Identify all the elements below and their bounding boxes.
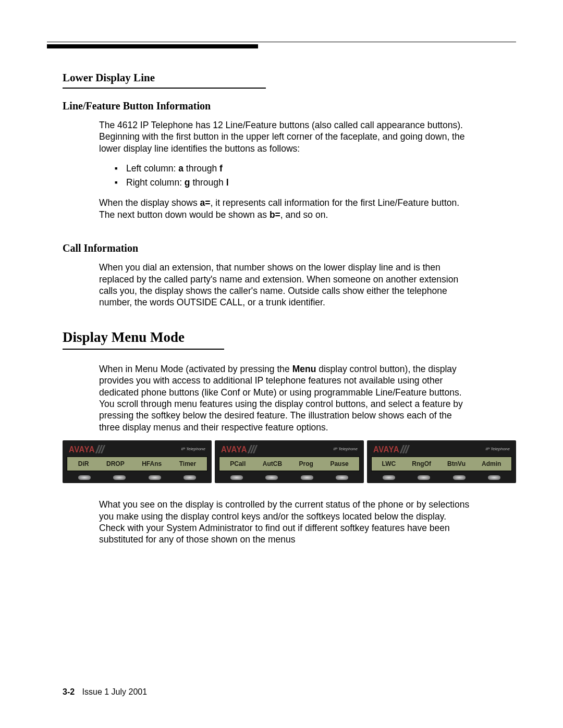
heading-display-menu-mode: Display Menu Mode	[63, 329, 516, 346]
softkey-label: LWC	[382, 460, 396, 467]
softkey-label: AutCB	[263, 460, 282, 467]
list-text: through	[183, 163, 219, 174]
device-top: AVAYA IP Telephone	[67, 445, 207, 456]
softkey-label: BtnVu	[447, 460, 466, 467]
ip-telephone-label: IP Telephone	[485, 447, 510, 451]
logo-slashes	[249, 445, 256, 453]
avaya-logo: AVAYA	[373, 444, 399, 454]
phone-display-illustrations: AVAYA IP Telephone DiR DROP HFAns Timer	[63, 440, 516, 483]
paragraph: What you see on the display is controlle…	[99, 499, 474, 546]
softkey-button	[488, 475, 500, 480]
device-top: AVAYA IP Telephone	[371, 445, 512, 456]
softkey-button	[453, 475, 466, 480]
rule-thin	[47, 42, 516, 42]
content-area: Lower Display Line Line/Feature Button I…	[63, 71, 516, 546]
softkey-button	[336, 475, 348, 480]
page-number: 3-2	[63, 687, 75, 696]
bullet-list: Left column: a through f Right column: g…	[115, 162, 516, 190]
paragraph: When the display shows a=, it represents…	[99, 197, 474, 220]
ip-telephone-label: IP Telephone	[181, 447, 205, 451]
device-top-left: AVAYA	[373, 445, 408, 453]
lcd-screen: DiR DROP HFAns Timer	[67, 456, 207, 471]
ip-telephone-label: IP Telephone	[333, 447, 358, 451]
bold: f	[219, 163, 223, 174]
text: When in Menu Mode (activated by pressing…	[99, 364, 292, 374]
paragraph: When you dial an extension, that number …	[99, 262, 474, 309]
rule-thick	[47, 44, 258, 48]
list-item: Right column: g through l	[115, 176, 516, 190]
text: When the display shows	[99, 198, 200, 208]
device-top-left: AVAYA	[221, 445, 256, 453]
phone-display-panel: AVAYA IP Telephone PCall AutCB Prog Paus…	[215, 440, 364, 483]
softkey-row	[67, 471, 207, 480]
bold: a=	[200, 198, 211, 208]
list-text: through	[190, 177, 226, 188]
softkey-label: Prog	[299, 460, 313, 467]
phone-display-panel: AVAYA IP Telephone DiR DROP HFAns Timer	[63, 440, 212, 483]
softkey-button	[149, 475, 161, 480]
softkey-label: Admin	[482, 460, 501, 467]
list-text: Right column:	[126, 177, 185, 188]
softkey-row	[219, 471, 360, 480]
softkey-button	[230, 475, 243, 480]
document-page: Lower Display Line Line/Feature Button I…	[0, 0, 563, 728]
device-top: AVAYA IP Telephone	[219, 445, 360, 456]
heading-call-information: Call Information	[63, 242, 516, 254]
softkey-button	[418, 475, 430, 480]
heading-lower-display-line: Lower Display Line	[63, 71, 516, 84]
text: , and so on.	[280, 209, 328, 220]
softkey-button	[301, 475, 313, 480]
section-display-menu-mode: Display Menu Mode	[63, 329, 516, 350]
bold: b=	[270, 209, 280, 220]
page-footer: 3-2 Issue 1 July 2001	[63, 687, 147, 697]
softkey-label: RngOf	[412, 460, 431, 467]
avaya-logo: AVAYA	[221, 444, 247, 454]
bold: Menu	[292, 364, 316, 374]
softkey-label: Pause	[330, 460, 348, 467]
softkey-label: DROP	[106, 460, 125, 467]
softkey-label: PCall	[230, 460, 246, 467]
heading-underline	[63, 88, 266, 89]
list-text: Left column:	[126, 163, 178, 174]
heading-underline	[63, 349, 224, 350]
softkey-label: Timer	[179, 460, 196, 467]
logo-slashes	[401, 445, 408, 453]
softkey-label: HFAns	[142, 460, 162, 467]
paragraph: The 4612 IP Telephone has 12 Line/Featur…	[99, 119, 474, 154]
issue-date: Issue 1 July 2001	[82, 687, 148, 696]
avaya-logo: AVAYA	[69, 444, 95, 454]
lcd-screen: PCall AutCB Prog Pause	[219, 456, 360, 471]
bold: l	[226, 177, 229, 188]
bold: g	[185, 177, 190, 188]
softkey-label: DiR	[78, 460, 89, 467]
lcd-screen: LWC RngOf BtnVu Admin	[371, 456, 512, 471]
phone-display-panel: AVAYA IP Telephone LWC RngOf BtnVu Admin	[367, 440, 516, 483]
softkey-row	[371, 471, 512, 480]
softkey-button	[113, 475, 126, 480]
header-rule	[47, 42, 516, 48]
softkey-button	[383, 475, 395, 480]
heading-line-feature-info: Line/Feature Button Information	[63, 100, 516, 112]
paragraph: When in Menu Mode (activated by pressing…	[99, 363, 474, 433]
device-top-left: AVAYA	[69, 445, 104, 453]
bold: a	[178, 163, 183, 174]
softkey-button	[78, 475, 91, 480]
list-item: Left column: a through f	[115, 162, 516, 176]
softkey-button	[183, 475, 196, 480]
softkey-button	[265, 475, 278, 480]
logo-slashes	[97, 445, 104, 453]
